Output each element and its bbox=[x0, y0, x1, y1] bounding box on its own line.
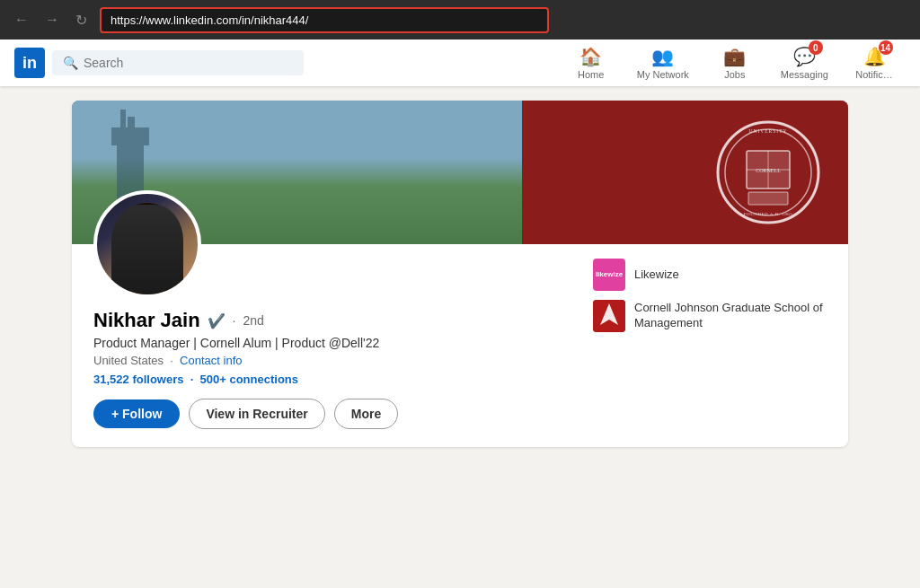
followers-count[interactable]: 31,522 bbox=[93, 373, 129, 386]
connections-count[interactable]: 500+ bbox=[200, 373, 226, 386]
likewize-logo: likewize bbox=[593, 259, 625, 291]
verified-icon: ✔️ bbox=[208, 312, 226, 329]
company-item-cornell[interactable]: Cornell Johnson Graduate School of Manag… bbox=[593, 300, 827, 332]
browser-chrome: ← → ↻ bbox=[0, 0, 920, 39]
profile-stats: 31,522 followers · 500+ connections bbox=[93, 373, 593, 386]
cornell-seal: CORNELL UNIVERSITY FOUNDED A.D. 1865 bbox=[714, 118, 822, 226]
nav-my-network-label: My Network bbox=[637, 69, 689, 80]
banner-red-overlay: CORNELL UNIVERSITY FOUNDED A.D. 1865 bbox=[522, 101, 848, 244]
notifications-badge: 14 bbox=[879, 40, 893, 55]
svg-text:CORNELL: CORNELL bbox=[756, 168, 781, 173]
followers-label: followers · bbox=[132, 373, 199, 386]
cornell-logo bbox=[593, 300, 625, 332]
svg-rect-5 bbox=[748, 192, 788, 205]
connections-label: connections bbox=[229, 373, 298, 386]
notifications-icon: 🔔 14 bbox=[863, 46, 886, 67]
nav-jobs[interactable]: 💼 Jobs bbox=[703, 42, 766, 83]
search-bar[interactable]: 🔍 bbox=[52, 50, 304, 75]
profile-actions: + Follow View in Recruiter More bbox=[93, 399, 593, 429]
jobs-icon: 💼 bbox=[723, 46, 746, 67]
likewize-name: Likewize bbox=[634, 268, 679, 283]
my-network-icon: 👥 bbox=[651, 46, 674, 67]
svg-rect-12 bbox=[128, 117, 135, 135]
profile-left: Nikhar Jain ✔️ · 2nd Product Manager | C… bbox=[93, 244, 593, 429]
messaging-icon: 💬 0 bbox=[793, 46, 816, 67]
location-text: United States bbox=[93, 354, 164, 367]
profile-headline: Product Manager | Cornell Alum | Product… bbox=[93, 336, 593, 350]
forward-button[interactable]: → bbox=[41, 8, 63, 31]
linkedin-header: in 🔍 🏠 Home 👥 My Network 💼 Jobs 💬 0 Mess… bbox=[0, 39, 920, 86]
profile-name: Nikhar Jain bbox=[93, 309, 200, 332]
search-input[interactable] bbox=[84, 56, 293, 70]
profile-companies: likewize Likewize Cornell Johnson Gradua… bbox=[593, 244, 827, 429]
back-button[interactable]: ← bbox=[11, 8, 32, 31]
contact-info-link[interactable]: Contact info bbox=[180, 354, 242, 367]
profile-location: United States · Contact info bbox=[93, 354, 593, 367]
nav-notifications-label: Notific… bbox=[855, 69, 893, 80]
connection-degree-value: 2nd bbox=[243, 313, 264, 328]
svg-rect-11 bbox=[120, 110, 126, 135]
nav-my-network[interactable]: 👥 My Network bbox=[626, 42, 700, 83]
nav-home[interactable]: 🏠 Home bbox=[560, 42, 623, 83]
messaging-badge: 0 bbox=[809, 40, 823, 55]
view-in-recruiter-button[interactable]: View in Recruiter bbox=[189, 399, 324, 429]
home-icon: 🏠 bbox=[579, 46, 602, 67]
nav-jobs-label: Jobs bbox=[724, 69, 745, 80]
search-icon: 🔍 bbox=[63, 56, 78, 70]
main-nav: 🏠 Home 👥 My Network 💼 Jobs 💬 0 Messaging… bbox=[560, 42, 906, 83]
cornell-school-name: Cornell Johnson Graduate School of Manag… bbox=[634, 301, 827, 331]
linkedin-logo[interactable]: in bbox=[14, 48, 45, 78]
profile-card: CORNELL UNIVERSITY FOUNDED A.D. 1865 bbox=[72, 101, 848, 447]
more-button[interactable]: More bbox=[334, 399, 398, 429]
nav-notifications[interactable]: 🔔 14 Notific… bbox=[843, 42, 906, 83]
company-item-likewize[interactable]: likewize Likewize bbox=[593, 259, 827, 291]
refresh-button[interactable]: ↻ bbox=[72, 8, 91, 32]
svg-text:UNIVERSITY: UNIVERSITY bbox=[748, 128, 787, 134]
follow-button[interactable]: + Follow bbox=[93, 399, 180, 428]
url-bar[interactable] bbox=[100, 7, 549, 33]
avatar-body bbox=[111, 205, 183, 294]
nav-home-label: Home bbox=[578, 69, 604, 80]
nav-messaging[interactable]: 💬 0 Messaging bbox=[770, 42, 839, 83]
svg-text:FOUNDED A.D. 1865: FOUNDED A.D. 1865 bbox=[744, 212, 792, 216]
avatar bbox=[93, 190, 201, 298]
profile-name-row: Nikhar Jain ✔️ · 2nd bbox=[93, 309, 593, 332]
main-content: CORNELL UNIVERSITY FOUNDED A.D. 1865 bbox=[0, 86, 920, 588]
connection-degree: · bbox=[233, 313, 236, 328]
profile-info-section: Nikhar Jain ✔️ · 2nd Product Manager | C… bbox=[72, 244, 848, 447]
nav-messaging-label: Messaging bbox=[781, 69, 828, 80]
